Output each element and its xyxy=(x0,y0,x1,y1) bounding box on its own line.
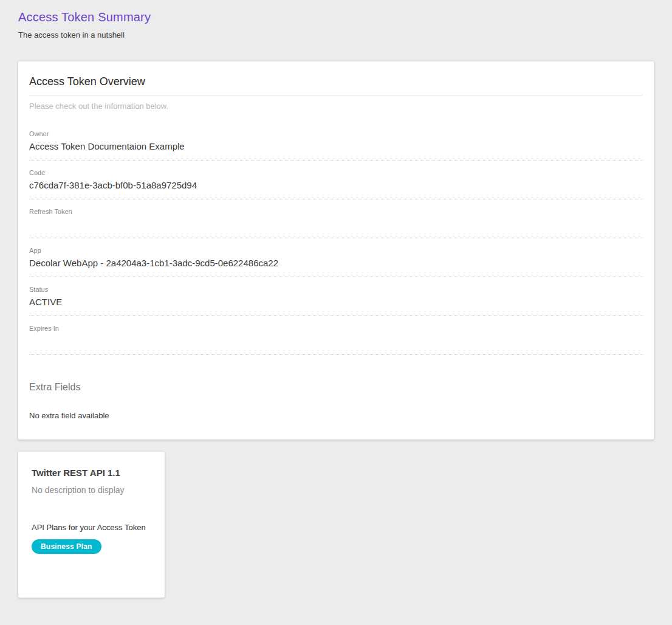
field-label: Owner xyxy=(29,130,643,137)
access-token-overview-card: Access Token Overview Please check out t… xyxy=(18,61,654,440)
field-value: Decolar WebApp - 2a4204a3-1cb1-3adc-9cd5… xyxy=(29,257,643,269)
field-row-status: Status ACTIVE xyxy=(29,277,643,316)
page-subtitle: The access token in a nutshell xyxy=(18,30,654,40)
api-plans-label: API Plans for your Access Token xyxy=(32,523,151,532)
page-title: Access Token Summary xyxy=(18,10,654,24)
field-row-app: App Decolar WebApp - 2a4204a3-1cb1-3adc-… xyxy=(29,238,643,277)
field-row-expires-in: Expires In xyxy=(29,316,643,355)
field-value: ACTIVE xyxy=(29,296,643,308)
overview-card-title: Access Token Overview xyxy=(29,75,643,95)
field-value: c76cda7f-381e-3acb-bf0b-51a8a9725d94 xyxy=(29,179,643,192)
field-label: Status xyxy=(29,286,643,293)
api-card-title: Twitter REST API 1.1 xyxy=(32,468,151,478)
field-label: Code xyxy=(29,169,643,176)
field-row-refresh-token: Refresh Token xyxy=(29,199,643,238)
field-label: Refresh Token xyxy=(29,208,643,215)
field-label: Expires In xyxy=(29,325,643,332)
field-row-owner: Owner Access Token Documentaion Example xyxy=(29,122,643,161)
field-value: Access Token Documentaion Example xyxy=(29,140,643,153)
page-header: Access Token Summary The access token in… xyxy=(0,0,672,40)
token-fields-list: Owner Access Token Documentaion Example … xyxy=(29,122,643,355)
field-label: App xyxy=(29,247,643,254)
field-value xyxy=(29,218,643,230)
extra-fields-empty-message: No extra field available xyxy=(29,411,643,420)
plan-badge-business: Business Plan xyxy=(32,539,101,554)
overview-card-subtitle: Please check out the information below. xyxy=(29,102,643,111)
field-value xyxy=(29,335,643,347)
extra-fields-title: Extra Fields xyxy=(29,382,643,393)
field-row-code: Code c76cda7f-381e-3acb-bf0b-51a8a9725d9… xyxy=(29,161,643,199)
api-card-twitter-rest: Twitter REST API 1.1 No description to d… xyxy=(18,452,165,598)
api-card-description: No description to display xyxy=(32,485,151,495)
